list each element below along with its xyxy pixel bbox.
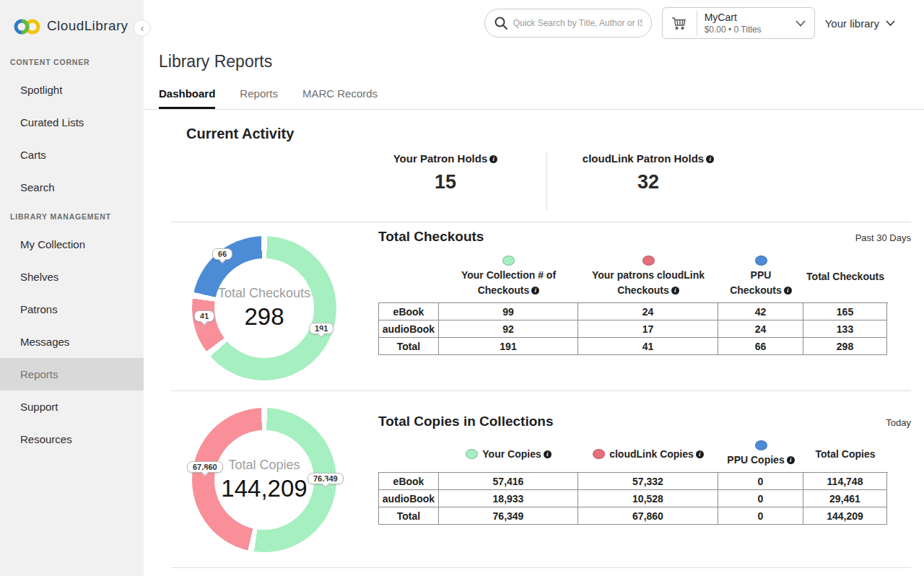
column-header: Total Checkouts <box>803 269 887 284</box>
stat-value: 15 <box>344 171 546 193</box>
cell-value: 99 <box>439 303 578 320</box>
section-divider <box>171 567 911 568</box>
total-checkouts-donut-chart: Total Checkouts 298 1914166 <box>192 236 336 380</box>
table-row: audioBook921724133 <box>379 320 888 338</box>
sidebar-item-patrons[interactable]: Patrons <box>0 293 144 326</box>
info-icon[interactable]: i <box>531 287 539 294</box>
chevron-down-icon <box>886 20 895 27</box>
cloudlibrary-logo-icon <box>13 16 42 36</box>
sidebar-item-resources[interactable]: Resources <box>0 423 144 455</box>
info-icon[interactable]: i <box>696 450 704 458</box>
cell-value: 57,416 <box>439 473 578 490</box>
cell-value: 0 <box>718 507 803 525</box>
your-library-label: Your library <box>825 17 879 30</box>
cell-value: 67,860 <box>578 507 718 525</box>
sidebar: CloudLibrary ‹ CONTENT CORNER Spotlight … <box>0 0 144 576</box>
table-row: Total76,34967,8600144,209 <box>379 507 888 525</box>
column-header: cloudLink Copiesi <box>578 447 718 462</box>
copies-table: eBook57,41657,3320114,748audioBook18,933… <box>378 472 888 525</box>
legend-dot-icon <box>642 256 655 266</box>
row-label: Total <box>379 338 439 355</box>
donut-center-label: Total Checkouts <box>218 286 310 301</box>
sidebar-collapse-button[interactable]: ‹ <box>134 19 151 37</box>
sidebar-item-shelves[interactable]: Shelves <box>0 261 144 293</box>
column-header: PPUCheckoutsi <box>718 256 803 298</box>
cell-value: 17 <box>578 320 718 338</box>
panel-title: Total Copies in Collections <box>378 414 553 429</box>
tab-reports[interactable]: Reports <box>240 87 278 109</box>
info-icon[interactable]: i <box>784 287 792 294</box>
cell-value: 29,461 <box>803 490 887 507</box>
checkouts-table-header: Your Collection # ofCheckoutsiYour patro… <box>378 256 911 298</box>
info-icon[interactable]: i <box>489 155 497 163</box>
row-label: Total <box>379 507 439 525</box>
column-header: Total Copies <box>803 447 887 462</box>
cell-value: 92 <box>439 320 578 338</box>
cart-subtitle: $0.00 • 0 Titles <box>705 25 796 35</box>
cell-value: 10,528 <box>578 490 718 507</box>
search-icon <box>494 16 508 30</box>
legend-dot-icon <box>466 449 478 459</box>
quick-search-box[interactable] <box>484 9 652 38</box>
cell-value: 76,349 <box>439 507 578 525</box>
info-icon[interactable]: i <box>544 450 552 458</box>
donut-center-value: 144,209 <box>221 475 307 502</box>
search-input[interactable] <box>513 18 642 28</box>
total-checkouts-section: Total Checkouts 298 1914166 Total Checko… <box>144 222 924 380</box>
stat-value: 32 <box>547 171 749 193</box>
sidebar-item-my-collection[interactable]: My Collection <box>0 228 144 261</box>
your-library-dropdown[interactable]: Your library <box>825 17 895 30</box>
sidebar-item-reports[interactable]: Reports <box>0 358 144 390</box>
sidebar-item-curated-lists[interactable]: Curated Lists <box>0 106 144 139</box>
info-icon[interactable]: i <box>671 287 679 294</box>
info-icon[interactable]: i <box>787 456 795 464</box>
donut-callout: 191 <box>309 323 334 334</box>
sidebar-section-library-management: LIBRARY MANAGEMENT <box>0 212 144 221</box>
sidebar-item-carts[interactable]: Carts <box>0 139 144 171</box>
panel-period: Past 30 Days <box>855 232 911 243</box>
cell-value: 133 <box>803 320 887 338</box>
info-icon[interactable]: i <box>706 155 714 163</box>
tab-dashboard[interactable]: Dashboard <box>159 87 215 109</box>
row-label: eBook <box>379 303 439 320</box>
stat-label: Your Patron Holds <box>393 152 488 165</box>
cell-value: 41 <box>578 338 718 355</box>
legend-dot-icon <box>755 256 767 266</box>
cell-value: 24 <box>718 320 803 338</box>
column-header: Your patrons cloudLinkCheckoutsi <box>578 256 718 298</box>
cell-value: 191 <box>439 338 578 355</box>
donut-callout: 41 <box>194 310 214 322</box>
cell-value: 144,209 <box>803 507 887 525</box>
sidebar-item-search[interactable]: Search <box>0 171 144 204</box>
sidebar-item-support[interactable]: Support <box>0 390 144 423</box>
cell-value: 66 <box>718 338 803 355</box>
legend-dot-icon <box>593 449 605 459</box>
sidebar-item-spotlight[interactable]: Spotlight <box>0 74 144 106</box>
cell-value: 165 <box>803 303 887 320</box>
page-title: Library Reports <box>144 42 924 71</box>
table-row: eBook992442165 <box>379 303 888 320</box>
topbar: MyCart $0.00 • 0 Titles Your library <box>144 0 924 42</box>
stat-cloudlink-patron-holds: cloudLink Patron Holdsi 32 <box>547 152 749 193</box>
stat-label: cloudLink Patron Holds <box>583 152 704 165</box>
donut-center-label: Total Copies <box>228 458 300 473</box>
cell-value: 42 <box>718 303 803 320</box>
total-copies-section: Total Copies 144,209 76,34967,860 Total … <box>144 391 924 552</box>
tab-marc-records[interactable]: MARC Records <box>302 87 378 109</box>
checkouts-table: eBook992442165audioBook921724133Total191… <box>378 302 888 355</box>
mycart-dropdown[interactable]: MyCart $0.00 • 0 Titles <box>662 7 815 39</box>
current-activity-heading: Current Activity <box>186 126 924 142</box>
copies-table-header: Your CopiesicloudLink CopiesiPPU Copiesi… <box>378 440 911 468</box>
legend-dot-icon <box>755 440 767 450</box>
chevron-down-icon <box>796 20 814 27</box>
cell-value: 18,933 <box>439 490 578 507</box>
cart-title: MyCart <box>705 12 796 23</box>
cell-value: 114,748 <box>803 473 887 490</box>
sidebar-item-messages[interactable]: Messages <box>0 326 144 358</box>
cell-value: 57,332 <box>578 473 718 490</box>
row-label: audioBook <box>379 320 439 338</box>
cell-value: 0 <box>718 490 803 507</box>
column-header: Your Copiesi <box>439 447 578 462</box>
donut-callout: 76,349 <box>308 473 344 484</box>
cloudlibrary-logo[interactable]: CloudLibrary <box>0 0 144 36</box>
